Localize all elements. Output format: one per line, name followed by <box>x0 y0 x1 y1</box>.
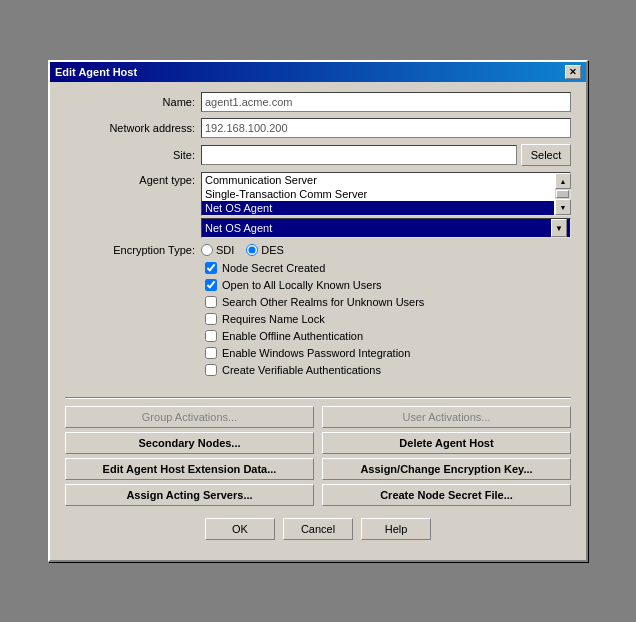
name-row: Name: <box>65 92 571 112</box>
site-label: Site: <box>65 149 195 161</box>
create-node-secret-file-button[interactable]: Create Node Secret File... <box>322 484 571 506</box>
checkbox-open-all-users[interactable] <box>205 279 217 291</box>
agent-type-selected-value: Net OS Agent <box>205 222 551 234</box>
checkbox-node-secret-row: Node Secret Created <box>65 262 571 274</box>
title-bar-controls: ✕ <box>565 65 581 79</box>
checkbox-requires-name-lock-row: Requires Name Lock <box>65 313 571 325</box>
right-button-column: User Activations... Delete Agent Host As… <box>322 406 571 506</box>
checkbox-enable-windows-pw-row: Enable Windows Password Integration <box>65 347 571 359</box>
left-button-column: Group Activations... Secondary Nodes... … <box>65 406 314 506</box>
checkbox-search-other-realms-row: Search Other Realms for Unknown Users <box>65 296 571 308</box>
checkbox-node-secret-label: Node Secret Created <box>222 262 325 274</box>
network-address-label: Network address: <box>65 122 195 134</box>
scroll-thumb[interactable] <box>556 190 569 198</box>
edit-agent-host-extension-button[interactable]: Edit Agent Host Extension Data... <box>65 458 314 480</box>
checkbox-search-other-realms[interactable] <box>205 296 217 308</box>
encryption-radio-group: SDI DES <box>201 244 284 256</box>
close-button[interactable]: ✕ <box>565 65 581 79</box>
encryption-des-option: DES <box>246 244 284 256</box>
encryption-sdi-label: SDI <box>216 244 234 256</box>
checkbox-create-verifiable-auth-row: Create Verifiable Authentications <box>65 364 571 376</box>
checkbox-node-secret[interactable] <box>205 262 217 274</box>
help-button[interactable]: Help <box>361 518 431 540</box>
encryption-type-row: Encryption Type: SDI DES <box>65 244 571 256</box>
user-activations-button[interactable]: User Activations... <box>322 406 571 428</box>
encryption-sdi-radio[interactable] <box>201 244 213 256</box>
assign-change-encryption-key-button[interactable]: Assign/Change Encryption Key... <box>322 458 571 480</box>
network-address-row: Network address: <box>65 118 571 138</box>
form-content: Name: Network address: Site: Select Agen… <box>50 82 586 560</box>
secondary-nodes-button[interactable]: Secondary Nodes... <box>65 432 314 454</box>
checkbox-create-verifiable-auth[interactable] <box>205 364 217 376</box>
name-input[interactable] <box>201 92 571 112</box>
checkbox-create-verifiable-auth-label: Create Verifiable Authentications <box>222 364 381 376</box>
cancel-button[interactable]: Cancel <box>283 518 353 540</box>
site-row: Site: Select <box>65 144 571 166</box>
divider <box>65 397 571 398</box>
agent-type-item-comm-server[interactable]: Communication Server <box>202 173 554 187</box>
agent-type-scrollbar[interactable]: ▲ ▼ <box>554 173 570 215</box>
edit-agent-host-dialog: Edit Agent Host ✕ Name: Network address:… <box>48 60 588 562</box>
dropdown-arrow-icon[interactable]: ▼ <box>551 219 567 237</box>
agent-type-row: Agent type: Communication Server Single-… <box>65 172 571 238</box>
checkbox-enable-offline-auth[interactable] <box>205 330 217 342</box>
title-bar: Edit Agent Host ✕ <box>50 62 586 82</box>
scroll-down-arrow[interactable]: ▼ <box>555 199 571 215</box>
agent-type-label: Agent type: <box>65 174 195 186</box>
checkbox-enable-windows-pw-label: Enable Windows Password Integration <box>222 347 410 359</box>
checkbox-open-all-users-label: Open to All Locally Known Users <box>222 279 382 291</box>
group-activations-button[interactable]: Group Activations... <box>65 406 314 428</box>
checkbox-requires-name-lock-label: Requires Name Lock <box>222 313 325 325</box>
scroll-up-arrow[interactable]: ▲ <box>555 173 571 189</box>
encryption-sdi-option: SDI <box>201 244 234 256</box>
checkbox-requires-name-lock[interactable] <box>205 313 217 325</box>
encryption-type-label: Encryption Type: <box>65 244 195 256</box>
select-button[interactable]: Select <box>521 144 571 166</box>
agent-type-list: Communication Server Single-Transaction … <box>202 173 554 215</box>
checkbox-open-all-users-row: Open to All Locally Known Users <box>65 279 571 291</box>
agent-type-dropdown[interactable]: Net OS Agent ▼ <box>201 218 571 238</box>
dialog-title: Edit Agent Host <box>55 66 137 78</box>
checkbox-enable-windows-pw[interactable] <box>205 347 217 359</box>
checkbox-enable-offline-auth-label: Enable Offline Authentication <box>222 330 363 342</box>
encryption-des-label: DES <box>261 244 284 256</box>
checkbox-enable-offline-auth-row: Enable Offline Authentication <box>65 330 571 342</box>
assign-acting-servers-button[interactable]: Assign Acting Servers... <box>65 484 314 506</box>
agent-type-list-container[interactable]: Communication Server Single-Transaction … <box>201 172 571 216</box>
site-input[interactable] <box>201 145 517 165</box>
name-label: Name: <box>65 96 195 108</box>
bottom-buttons: OK Cancel Help <box>65 518 571 550</box>
encryption-des-radio[interactable] <box>246 244 258 256</box>
ok-button[interactable]: OK <box>205 518 275 540</box>
action-buttons-section: Group Activations... Secondary Nodes... … <box>65 406 571 506</box>
checkbox-search-other-realms-label: Search Other Realms for Unknown Users <box>222 296 424 308</box>
network-address-input[interactable] <box>201 118 571 138</box>
agent-type-item-single-trans[interactable]: Single-Transaction Comm Server <box>202 187 554 201</box>
agent-type-item-net-os[interactable]: Net OS Agent <box>202 201 554 215</box>
delete-agent-host-button[interactable]: Delete Agent Host <box>322 432 571 454</box>
